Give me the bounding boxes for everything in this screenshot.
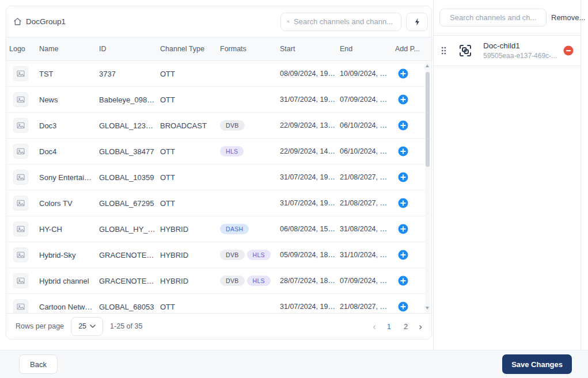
table-scrollbar[interactable] [425, 62, 430, 312]
group-title-text: DocGroup1 [26, 17, 66, 26]
plus-icon [398, 301, 408, 312]
channel-id: Babeleye_098390 [99, 96, 160, 104]
plus-icon [398, 250, 408, 260]
channels-search-input[interactable] [294, 17, 395, 26]
plus-icon [398, 68, 408, 79]
format-badges: DVBHLS [220, 276, 280, 287]
start-date: 06/08/2024, 15:57 [280, 225, 340, 233]
channel-id: 3737 [99, 70, 160, 78]
column-header: ID [99, 45, 160, 53]
channel-logo-placeholder [13, 273, 28, 288]
column-header: Add P... [395, 45, 431, 53]
table-body: TST 3737 OTT 08/09/2024, 19:... 10/09/20… [6, 61, 431, 313]
drag-dots-icon [441, 47, 446, 55]
drag-handle[interactable] [441, 47, 446, 55]
group-title: DocGroup1 [13, 17, 66, 26]
scroll-up-arrow[interactable] [426, 64, 429, 67]
plus-icon [398, 198, 408, 208]
table-row: Colors TV GLOBAL_67295 OTT 31/07/2024, 1… [6, 190, 431, 216]
back-button[interactable]: Back [19, 354, 58, 374]
channel-id: GRACENOTE_09... [99, 277, 160, 285]
minus-icon [563, 45, 574, 56]
channel-type: OTT [160, 70, 220, 78]
channel-name: Doc4 [39, 147, 99, 156]
format-badge: DVB [220, 120, 245, 131]
end-date: 06/10/2024, 13:24 [340, 121, 395, 129]
page-button-1[interactable]: 1 [385, 321, 393, 332]
end-date: 06/10/2024, 14:32 [340, 147, 395, 155]
table-row: Doc4 GLOBAL_38477 OTT HLS 22/09/2024, 14… [6, 139, 431, 165]
scroll-down-arrow[interactable] [426, 307, 429, 310]
add-channel-button[interactable] [398, 250, 408, 260]
selected-panel-toolbar: Remove... [434, 0, 581, 36]
add-channel-button[interactable] [398, 198, 408, 208]
plus-icon [398, 172, 408, 182]
format-badge: DVB [220, 276, 245, 287]
channel-id: GLOBAL_123456 [99, 121, 160, 130]
add-channel-button[interactable] [398, 172, 408, 182]
pagination-bar: Rows per page 25 1-25 of 35 ‹ 12 › [6, 313, 431, 339]
page-number-buttons: 12 [385, 321, 409, 332]
search-icon [287, 17, 290, 26]
end-date: 21/08/2027, 19:29 [340, 199, 395, 207]
end-date: 31/08/2024, 15:57 [340, 225, 395, 233]
page-button-2[interactable]: 2 [402, 321, 409, 332]
image-icon [16, 302, 25, 311]
channel-logo-placeholder [13, 170, 28, 185]
column-header: End [340, 45, 395, 53]
quick-assign-button[interactable] [406, 13, 428, 31]
table-row: News Babeleye_098390 OTT 31/07/2024, 19:… [6, 87, 431, 113]
channel-name: Hybrid-Sky [39, 251, 99, 259]
channel-name: Doc3 [39, 121, 99, 130]
channel-name: News [39, 96, 99, 104]
channel-type: HYBRID [160, 225, 220, 234]
save-changes-button[interactable]: Save Changes [502, 354, 572, 374]
column-header: Logo [9, 45, 39, 53]
home-icon [13, 17, 22, 26]
remove-item-button[interactable] [563, 45, 574, 56]
format-badge: DVB [220, 250, 245, 261]
selected-panel: Remove... Doc-child1 59505eaa-e137-469c-… [433, 0, 581, 350]
format-badge: HLS [247, 250, 271, 261]
format-badges: DVB [220, 120, 280, 131]
prev-page-button[interactable]: ‹ [373, 322, 376, 331]
start-date: 22/09/2024, 14:... [280, 147, 340, 155]
rows-per-page-label: Rows per page [16, 322, 64, 330]
column-header: Start [280, 45, 340, 53]
channel-type: HYBRID [160, 277, 220, 285]
add-channel-button[interactable] [398, 224, 408, 234]
selected-item-texts: Doc-child1 59505eaa-e137-469c-... [483, 41, 559, 60]
plus-icon [398, 224, 408, 234]
scrollbar-thumb[interactable] [426, 72, 430, 167]
channels-searchbox[interactable] [280, 13, 401, 31]
channel-type: OTT [160, 199, 220, 208]
add-channel-button[interactable] [398, 276, 408, 286]
add-channel-button[interactable] [398, 68, 408, 79]
image-icon [16, 224, 25, 234]
rows-per-page-select[interactable]: 25 [71, 317, 103, 336]
add-channel-button[interactable] [398, 94, 408, 105]
start-date: 22/09/2024, 13:... [280, 121, 340, 129]
add-channel-button[interactable] [398, 120, 408, 131]
remove-all-button[interactable]: Remove... [551, 13, 585, 22]
end-date: 07/09/2024, 19:29 [340, 96, 395, 104]
chevron-down-icon [90, 324, 96, 328]
start-date: 28/07/2024, 18:44 [280, 277, 340, 285]
start-date: 31/07/2024, 19:30 [280, 173, 340, 181]
next-page-button[interactable]: › [419, 322, 422, 331]
plus-icon [398, 94, 408, 105]
column-header: Name [39, 45, 99, 53]
plus-icon [398, 120, 408, 131]
selected-searchbox[interactable] [439, 9, 547, 26]
format-badges: DASH [220, 224, 280, 235]
channel-logo-placeholder [13, 92, 28, 107]
channel-type: OTT [160, 147, 220, 156]
range-text: 1-25 of 35 [110, 322, 142, 330]
selected-search-input[interactable] [450, 13, 551, 22]
table-row: Sony Entertainm... GLOBAL_10359 OTT 31/0… [6, 165, 431, 190]
column-header: Formats [220, 45, 280, 53]
add-channel-button[interactable] [398, 146, 408, 156]
format-badge: DASH [220, 224, 249, 235]
channel-logo-placeholder [13, 118, 28, 133]
add-channel-button[interactable] [398, 301, 408, 312]
